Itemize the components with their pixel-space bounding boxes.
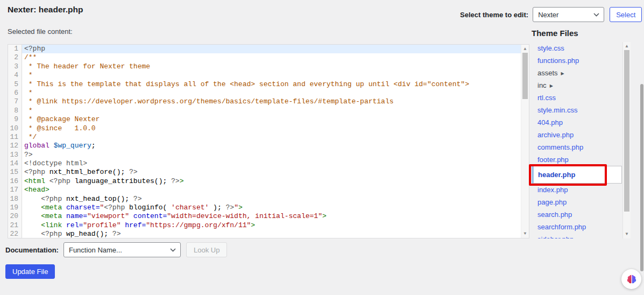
theme-file-link[interactable]: page.php [537,198,567,206]
code-line[interactable]: 14<!doctype html> [8,159,529,168]
code-line-text[interactable]: <?php [22,45,529,53]
scroll-down-icon[interactable]: ▼ [521,230,529,237]
code-editor[interactable]: 1<?php2/**3 * The header for Nexter them… [8,44,529,238]
code-line[interactable]: 6 * [8,89,529,97]
theme-file-link[interactable]: header.php [538,171,575,179]
theme-select-value: Nexter [538,11,558,19]
code-line[interactable]: 16<html <?php language_attributes(); ?>> [8,177,529,186]
theme-file-link[interactable]: footer.php [537,156,569,164]
theme-file-item-sidebar-php[interactable]: sidebar.php [532,233,622,238]
scroll-up-icon[interactable]: ▲ [623,43,631,50]
theme-file-item-searchform-php[interactable]: searchform.php [532,221,622,233]
theme-file-item-inc[interactable]: inc▶ [532,79,622,92]
code-line-text[interactable]: <!doctype html> [22,159,529,168]
code-line[interactable]: 21 <link rel="profile" href="https://gmp… [8,221,529,230]
code-line-text[interactable]: * @since 1.0.0 [22,124,529,133]
code-line[interactable]: 20 <meta name="viewport" content="width=… [8,212,529,221]
code-line[interactable]: 2/** [8,53,529,62]
code-line-text[interactable]: <link rel="profile" href="https://gmpg.o… [22,221,529,230]
code-line-text[interactable]: * [22,107,529,115]
code-line[interactable]: 3 * The header for Nexter theme [8,62,529,71]
filelist-scrollbar-thumb[interactable] [624,50,629,212]
theme-file-link[interactable]: functions.php [537,57,579,65]
code-line[interactable]: 4 * [8,71,529,80]
brain-extension-button[interactable] [621,269,641,289]
scroll-down-icon[interactable]: ▼ [623,230,631,238]
theme-select-dropdown[interactable]: Nexter [533,7,604,22]
theme-file-item-style-css[interactable]: style.css [532,42,622,54]
code-line[interactable]: 22 <?php wp_head(); ?> [8,230,529,238]
theme-selector-label: Select theme to edit: [460,11,528,19]
folder-expand-icon[interactable]: ▶ [561,71,564,76]
theme-file-link[interactable]: sidebar.php [537,235,574,238]
theme-file-item-comments-php[interactable]: comments.php [532,141,622,153]
code-line[interactable]: 10 * @since 1.0.0 [8,124,529,133]
code-line[interactable]: 11 */ [8,133,529,142]
code-line-text[interactable]: * @package Nexter [22,115,529,124]
code-line-text[interactable]: <meta charset="<?php bloginfo( 'charset'… [22,203,529,212]
code-line-text[interactable]: <html <?php language_attributes(); ?>> [22,177,529,186]
code-line-text[interactable]: */ [22,133,529,142]
code-line-text[interactable]: * [22,89,529,97]
line-number: 16 [8,177,22,186]
theme-files-list: style.cssfunctions.phpassets▶inc▶rtl.css… [532,42,631,238]
theme-file-item-page-php[interactable]: page.php [532,196,622,208]
theme-file-link[interactable]: search.php [537,210,572,219]
scroll-up-icon[interactable]: ▲ [521,45,529,53]
code-line[interactable]: 19 <meta charset="<?php bloginfo( 'chars… [8,203,529,212]
code-line[interactable]: 13?> [8,151,529,159]
documentation-select-dropdown[interactable]: Function Name... [63,242,181,257]
code-line[interactable]: 17<head> [8,186,529,194]
line-number: 8 [8,107,22,115]
lookup-button[interactable]: Look Up [186,242,227,257]
theme-file-link[interactable]: archive.php [537,131,574,139]
theme-file-item-functions-php[interactable]: functions.php [532,54,622,67]
code-line-text[interactable]: * @link https://developer.wordpress.org/… [22,97,529,106]
theme-file-item-index-php[interactable]: index.php [532,184,622,196]
code-line-text[interactable]: <?php wp_head(); ?> [22,230,529,238]
code-line-text[interactable]: global $wp_query; [22,142,529,150]
code-line-text[interactable]: <?php nxt_head_top(); ?> [22,195,529,203]
line-number: 2 [8,53,22,62]
code-line[interactable]: 5 * This is the template that displays a… [8,80,529,89]
code-line[interactable]: 7 * @link https://developer.wordpress.or… [8,97,529,106]
theme-file-item-header-php[interactable]: header.php [532,166,622,184]
code-line-text[interactable]: <meta name="viewport" content="width=dev… [22,212,529,221]
code-line-text[interactable]: <?php nxt_html_before(); ?> [22,168,529,177]
editor-scrollbar[interactable]: ▲ ▼ [521,45,529,238]
theme-file-item-archive-php[interactable]: archive.php [532,129,622,141]
code-line[interactable]: 15<?php nxt_html_before(); ?> [8,168,529,177]
theme-file-link[interactable]: 404.php [537,118,563,127]
code-line-text[interactable]: /** [22,53,529,62]
theme-file-item-style-min-css[interactable]: style.min.css [532,104,622,116]
code-line[interactable]: 18 <?php nxt_head_top(); ?> [8,195,529,203]
code-line-text[interactable]: * This is the template that displays all… [22,80,529,89]
code-line-text[interactable]: * [22,71,529,80]
theme-file-link[interactable]: index.php [537,186,568,194]
folder-expand-icon[interactable]: ▶ [550,83,553,88]
theme-file-item-footer-php[interactable]: footer.php [532,153,622,166]
code-line-text[interactable]: ?> [22,151,529,159]
filelist-scrollbar[interactable]: ▲ ▼ [622,42,631,238]
editor-scrollbar-thumb[interactable] [522,53,528,99]
theme-file-link[interactable]: searchform.php [537,223,586,231]
theme-file-item-search-php[interactable]: search.php [532,208,622,221]
theme-file-item-404-php[interactable]: 404.php [532,116,622,129]
code-line[interactable]: 1<?php [8,45,529,53]
code-line-text[interactable]: * The header for Nexter theme [22,62,529,71]
code-editor-lines[interactable]: 1<?php2/**3 * The header for Nexter them… [8,45,529,238]
code-line-text[interactable]: <head> [22,186,529,194]
line-number: 18 [8,195,22,203]
theme-file-item-assets[interactable]: assets▶ [532,67,622,79]
update-file-button[interactable]: Update File [5,264,55,279]
code-line[interactable]: 9 * @package Nexter [8,115,529,124]
code-line[interactable]: 8 * [8,107,529,115]
select-theme-button[interactable]: Select [610,7,642,22]
theme-file-item-rtl-css[interactable]: rtl.css [532,92,622,104]
page-scrollbar-thumb[interactable] [640,84,643,271]
theme-file-link[interactable]: comments.php [537,143,583,151]
theme-file-link[interactable]: rtl.css [537,94,556,102]
theme-file-link[interactable]: style.css [537,44,564,52]
theme-file-link[interactable]: style.min.css [537,106,577,114]
code-line[interactable]: 12global $wp_query; [8,142,529,150]
